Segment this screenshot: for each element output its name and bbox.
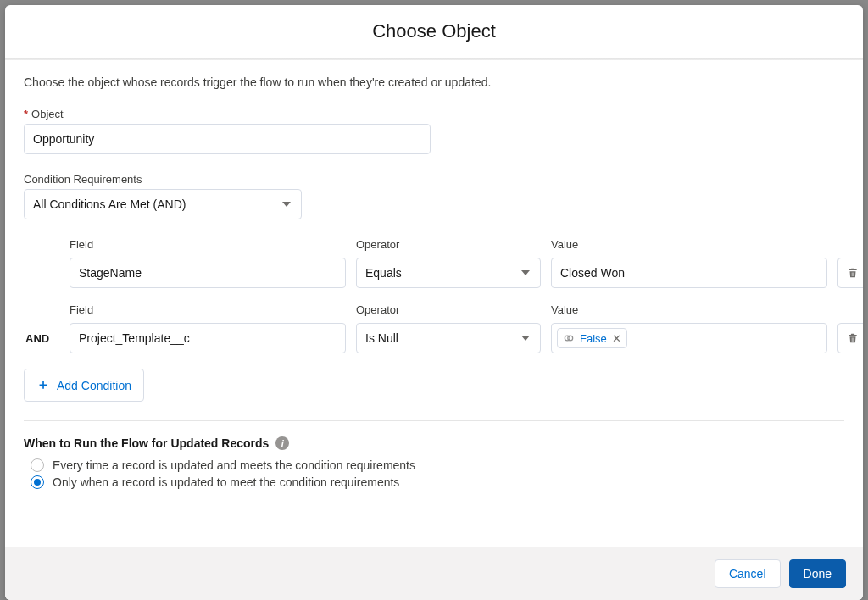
modal-title: Choose Object bbox=[5, 5, 863, 58]
info-icon[interactable]: i bbox=[275, 436, 289, 450]
plus-icon: ＋ bbox=[36, 376, 50, 394]
logic-and-label: AND bbox=[24, 332, 59, 345]
condition-2-operator-value: Is Null bbox=[365, 331, 398, 345]
when-to-run-heading: When to Run the Flow for Updated Records bbox=[24, 436, 269, 450]
condition-2-delete-button[interactable] bbox=[837, 323, 863, 353]
condition-row-2: Field Operator Value AND Project_Templat… bbox=[24, 303, 844, 353]
pill-text: False bbox=[580, 332, 607, 345]
value-header: Value bbox=[551, 238, 827, 251]
field-header: Field bbox=[70, 303, 346, 316]
add-condition-label: Add Condition bbox=[57, 379, 131, 392]
condition-headers-2: Field Operator Value bbox=[24, 303, 844, 319]
object-input-value: Opportunity bbox=[33, 132, 94, 146]
done-button[interactable]: Done bbox=[789, 559, 846, 588]
chevron-down-icon bbox=[521, 336, 530, 341]
condition-2-field-input[interactable]: Project_Template__c bbox=[70, 323, 346, 353]
condition-2-operator-select[interactable]: Is Null bbox=[356, 323, 541, 353]
value-header: Value bbox=[551, 303, 827, 316]
trash-icon bbox=[847, 332, 859, 344]
condition-2-field-value: Project_Template__c bbox=[79, 331, 190, 345]
condition-1-operator-value: Equals bbox=[365, 266, 402, 280]
condition-grid-1: StageName Equals Closed Won bbox=[24, 258, 844, 288]
modal-body: Choose the object whose records trigger … bbox=[5, 60, 863, 547]
radio-label: Every time a record is updated and meets… bbox=[53, 458, 415, 472]
global-constant-icon bbox=[561, 331, 576, 346]
chevron-down-icon bbox=[282, 202, 291, 207]
condition-1-field-input[interactable]: StageName bbox=[70, 258, 346, 288]
when-to-run-option-1[interactable]: Every time a record is updated and meets… bbox=[31, 458, 844, 472]
modal-footer: Cancel Done bbox=[5, 547, 863, 600]
choose-object-modal: Choose Object Choose the object whose re… bbox=[5, 5, 863, 600]
intro-text: Choose the object whose records trigger … bbox=[24, 75, 844, 89]
value-pill: False ✕ bbox=[557, 328, 627, 348]
condition-row-1: Field Operator Value StageName Equals Cl… bbox=[24, 238, 844, 288]
pill-remove-icon[interactable]: ✕ bbox=[612, 332, 621, 345]
condition-requirements-group: Condition Requirements All Conditions Ar… bbox=[24, 173, 302, 219]
radio-label: Only when a record is updated to meet th… bbox=[53, 475, 399, 489]
condition-2-value-input[interactable]: False ✕ bbox=[551, 323, 827, 353]
condition-requirements-select[interactable]: All Conditions Are Met (AND) bbox=[24, 189, 302, 219]
object-label: Object bbox=[24, 108, 431, 120]
operator-header: Operator bbox=[356, 238, 541, 251]
chevron-down-icon bbox=[521, 270, 530, 275]
condition-1-delete-button[interactable] bbox=[837, 258, 863, 288]
condition-1-value-input[interactable]: Closed Won bbox=[551, 258, 827, 288]
when-to-run-heading-row: When to Run the Flow for Updated Records… bbox=[24, 436, 844, 450]
condition-headers-1: Field Operator Value bbox=[24, 238, 844, 254]
cancel-button[interactable]: Cancel bbox=[715, 559, 781, 588]
condition-requirements-label: Condition Requirements bbox=[24, 173, 302, 186]
condition-1-operator-select[interactable]: Equals bbox=[356, 258, 541, 288]
object-input[interactable]: Opportunity bbox=[24, 124, 431, 154]
condition-grid-2: AND Project_Template__c Is Null False ✕ bbox=[24, 323, 844, 353]
condition-1-field-value: StageName bbox=[79, 266, 142, 280]
operator-header: Operator bbox=[356, 303, 541, 316]
object-field-group: Object Opportunity bbox=[24, 108, 431, 154]
when-to-run-option-2[interactable]: Only when a record is updated to meet th… bbox=[31, 475, 844, 489]
radio-button[interactable] bbox=[31, 475, 44, 489]
trash-icon bbox=[847, 267, 859, 279]
when-to-run-section: When to Run the Flow for Updated Records… bbox=[24, 420, 844, 489]
field-header: Field bbox=[70, 238, 346, 251]
radio-button[interactable] bbox=[31, 458, 44, 472]
add-condition-button[interactable]: ＋ Add Condition bbox=[24, 369, 144, 402]
condition-1-value-text: Closed Won bbox=[557, 266, 625, 280]
condition-requirements-value: All Conditions Are Met (AND) bbox=[33, 197, 186, 211]
